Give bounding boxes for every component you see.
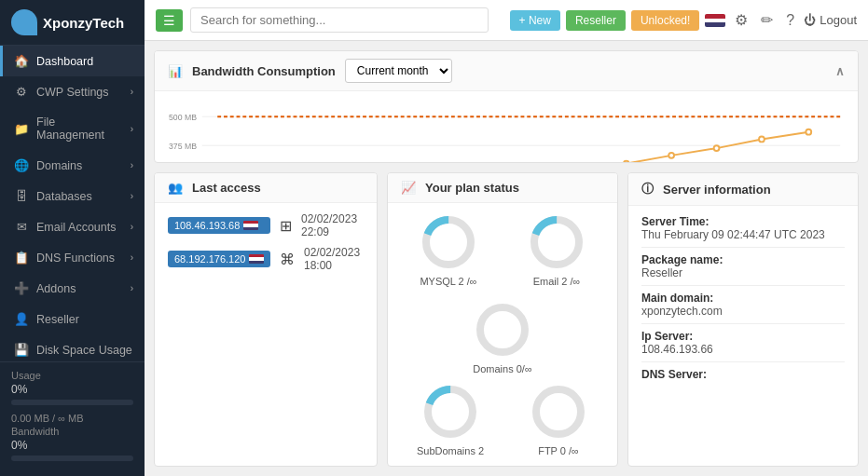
sidebar-item-domains[interactable]: 🌐 Domains ›: [0, 150, 145, 181]
info-icon: ⓘ: [641, 181, 654, 197]
ip-2: 68.192.176.120: [174, 253, 245, 265]
last-access-title: Last access: [192, 181, 261, 195]
plan-status-header: 📈 Your plan status: [388, 173, 617, 203]
os-icon-1: ⊞: [280, 217, 292, 235]
nav-icon-domains: 🌐: [14, 158, 29, 172]
svg-point-60: [480, 307, 525, 352]
logo-icon: [11, 9, 37, 35]
bandwidth-chart: 500 MB 375 MB 250 MB 125 MB 0 MB 03/02 0…: [168, 101, 845, 163]
divider-2: [641, 285, 845, 286]
access-item-1: 108.46.193.68 ⊞ 02/02/2023 22:09: [168, 212, 364, 238]
svg-point-55: [806, 129, 811, 135]
ip-1: 108.46.193.68: [174, 220, 240, 231]
donuts-row: MYSQL 2 /∞ Email 2 /∞: [401, 212, 604, 374]
sidebar-item-dns-functions[interactable]: 📋 DNS Functions ›: [0, 242, 145, 273]
server-time-row: Server Time: Thu February 09 02:44:47 UT…: [641, 215, 845, 241]
plan-status-title: Your plan status: [425, 181, 519, 195]
pencil-icon[interactable]: ✏: [757, 9, 777, 31]
nav-icon-dns-functions: 📋: [14, 251, 29, 265]
svg-point-53: [714, 145, 720, 151]
donut-mysql-label: MYSQL 2 /∞: [420, 276, 476, 287]
nav-label-email-accounts: Email Accounts: [36, 221, 116, 234]
help-icon[interactable]: ?: [782, 10, 798, 31]
server-info-card: ⓘ Server information Server Time: Thu Fe…: [627, 172, 859, 467]
dns-row: DNS Server:: [641, 368, 845, 381]
divider-1: [641, 247, 845, 248]
disk-label: 0.00 MB / ∞ MB: [11, 413, 133, 424]
nav-arrow-email-accounts: ›: [131, 222, 133, 232]
bandwidth-progress: [11, 456, 133, 461]
new-button[interactable]: + New: [510, 10, 560, 31]
sidebar: XponzyTech 🏠 Dashboard ⚙ CWP Settings › …: [0, 0, 145, 476]
period-select[interactable]: Current month: [345, 59, 452, 83]
donut-email-label: Email 2 /∞: [533, 276, 581, 287]
donut-domains-label: Domains 0/∞: [473, 363, 531, 374]
gear-icon[interactable]: ⚙: [731, 9, 751, 31]
last-access-card: 👥 Last access 108.46.193.68 ⊞ 02/02/2023…: [154, 172, 378, 467]
sidebar-logo: XponzyTech: [0, 0, 145, 46]
svg-point-54: [759, 137, 765, 143]
sidebar-bottom: Usage 0% 0.00 MB / ∞ MB Bandwidth 0%: [0, 361, 145, 476]
svg-point-63: [536, 389, 581, 434]
package-value: Reseller: [641, 266, 845, 279]
donut-ftp-svg: [529, 382, 588, 442]
package-row: Package name: Reseller: [641, 253, 845, 279]
nav-icon-databases: 🗄: [14, 189, 29, 203]
donuts-row-2: SubDomains 2 FTP 0 /∞: [401, 382, 604, 456]
main-domain-label: Main domain:: [641, 292, 845, 305]
ip-badge-2[interactable]: 68.192.176.120: [168, 251, 270, 267]
menu-button[interactable]: ☰: [156, 9, 183, 32]
unlocked-button[interactable]: Unlocked!: [631, 10, 699, 31]
ip-badge-1[interactable]: 108.46.193.68: [168, 217, 270, 234]
nav-icon-disk-space: 💾: [14, 343, 29, 357]
logout-button[interactable]: ⏻ Logout: [804, 13, 857, 27]
sidebar-item-databases[interactable]: 🗄 Databases ›: [0, 181, 145, 211]
donut-domains-svg: [473, 300, 532, 360]
donut-subdomains: SubDomains 2: [417, 382, 484, 456]
bandwidth-title: Bandwidth Consumption: [192, 64, 336, 78]
sidebar-item-reseller[interactable]: 👤 Reseller: [0, 304, 145, 334]
dns-label: DNS Server:: [641, 368, 845, 381]
donut-mysql-svg: [419, 212, 478, 272]
topbar: ☰ + New Reseller Unlocked! ⚙ ✏ ? ⏻ Logou…: [145, 0, 868, 41]
topbar-actions: + New Reseller Unlocked! ⚙ ✏ ? ⏻ Logout: [510, 9, 857, 31]
nav-arrow-dns-functions: ›: [131, 252, 133, 263]
nav-label-domains: Domains: [36, 159, 82, 172]
usage-value: 0%: [11, 383, 133, 396]
nav-label-reseller: Reseller: [36, 313, 79, 326]
access-item-2: 68.192.176.120 ⌘ 02/02/2023 18:00: [168, 246, 364, 272]
svg-point-51: [624, 161, 629, 163]
nav-label-addons: Addons: [36, 282, 76, 295]
reseller-button[interactable]: Reseller: [566, 10, 626, 31]
nav-icon-file-management: 📁: [14, 122, 29, 136]
power-icon: ⏻: [804, 13, 816, 27]
donut-subdomains-svg: [420, 382, 480, 442]
sidebar-item-addons[interactable]: ➕ Addons ›: [0, 273, 145, 304]
sidebar-nav: 🏠 Dashboard ⚙ CWP Settings › 📁 File Mana…: [0, 46, 145, 361]
sidebar-item-disk-space[interactable]: 💾 Disk Space Usage: [0, 334, 145, 361]
language-flag[interactable]: [705, 14, 725, 27]
nav-label-dns-functions: DNS Functions: [36, 252, 115, 265]
ip-row: Ip Server: 108.46.193.66: [641, 330, 845, 356]
server-time-value: Thu February 09 02:44:47 UTC 2023: [641, 228, 845, 241]
nav-icon-cwp-settings: ⚙: [14, 85, 29, 99]
donut-mysql: MYSQL 2 /∞: [419, 212, 478, 287]
server-info-title: Server information: [663, 183, 771, 197]
nav-label-disk-space: Disk Space Usage: [36, 344, 132, 357]
ip-value: 108.46.193.66: [641, 343, 845, 356]
divider-4: [641, 361, 845, 362]
bottom-row: 👥 Last access 108.46.193.68 ⊞ 02/02/2023…: [154, 172, 859, 467]
users-icon: 👥: [168, 181, 183, 195]
donut-domains: Domains 0/∞: [473, 300, 532, 374]
sidebar-item-file-management[interactable]: 📁 File Management ›: [0, 107, 145, 150]
bandwidth-controls: Current month: [345, 59, 452, 83]
sidebar-item-cwp-settings[interactable]: ⚙ CWP Settings ›: [0, 76, 145, 107]
search-input[interactable]: [190, 7, 489, 33]
collapse-icon[interactable]: ∧: [835, 64, 845, 78]
main-domain-value: xponzytech.com: [641, 305, 845, 318]
sidebar-item-dashboard[interactable]: 🏠 Dashboard: [0, 46, 145, 76]
server-time-label: Server Time:: [641, 215, 845, 228]
flag-2: [249, 254, 264, 264]
sidebar-item-email-accounts[interactable]: ✉ Email Accounts ›: [0, 211, 145, 242]
nav-arrow-domains: ›: [131, 160, 133, 170]
